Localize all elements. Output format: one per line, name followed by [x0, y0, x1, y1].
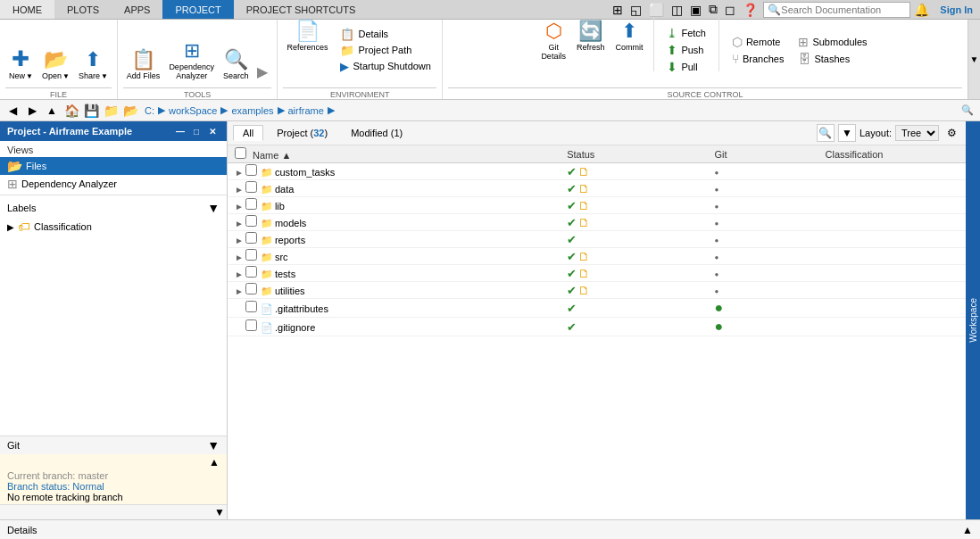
nav-forward[interactable]: ▶ — [23, 103, 41, 119]
toolbar-icon-3[interactable]: ⬜ — [647, 3, 666, 17]
toolbar-icon-7[interactable]: ◻ — [723, 3, 737, 17]
git-details-button[interactable]: ⬡ GitDetails — [537, 18, 569, 62]
row-expand[interactable]: ► — [235, 168, 244, 178]
search-button[interactable]: 🔍 Search — [220, 46, 253, 82]
toolbar-icon-5[interactable]: ▣ — [688, 3, 703, 17]
table-row[interactable]: ►📁custom_tasks✔🗋● — [228, 163, 966, 180]
nav-home[interactable]: 🏠 — [62, 103, 80, 119]
workspace-tab[interactable]: Workspace — [967, 291, 980, 350]
table-row[interactable]: ►📁utilities✔🗋● — [228, 282, 966, 299]
commit-button[interactable]: ⬆ Commit — [611, 18, 646, 54]
row-expand[interactable]: ► — [235, 236, 244, 245]
toolbar-icon-8[interactable]: ❓ — [741, 3, 760, 17]
add-files-button[interactable]: 📋 Add Files — [123, 46, 164, 82]
new-button[interactable]: ✚ New ▼ — [5, 45, 37, 82]
nav-up[interactable]: ▲ — [43, 103, 61, 119]
row-checkbox[interactable] — [245, 266, 257, 278]
menu-plots[interactable]: PLOTS — [54, 0, 112, 19]
table-row[interactable]: 📄.gitignore✔● — [228, 318, 966, 336]
table-row[interactable]: ►📁reports✔● — [228, 231, 966, 248]
search-box[interactable]: 🔍 — [763, 2, 910, 18]
row-checkbox[interactable] — [245, 249, 257, 261]
table-row[interactable]: ►📁src✔🗋● — [228, 248, 966, 265]
sign-in-button[interactable]: Sign In — [933, 3, 980, 17]
pull-button[interactable]: ⬇ Pull — [661, 59, 711, 75]
sidebar-dependency-item[interactable]: ⊞ Dependency Analyzer — [0, 175, 227, 193]
menu-project-shortcuts[interactable]: PROJECT SHORTCUTS — [234, 0, 368, 19]
nav-path-c[interactable]: C: — [145, 105, 154, 116]
row-expand[interactable]: ► — [235, 270, 244, 279]
startup-shutdown-button[interactable]: ▶ Startup Shutdown — [335, 59, 436, 74]
sidebar-files-item[interactable]: 📂 Files — [0, 157, 227, 175]
details-button[interactable]: 📋 Details — [335, 27, 436, 42]
row-checkbox[interactable] — [245, 215, 257, 227]
references-button[interactable]: 📄 References — [283, 18, 331, 54]
submodules-button[interactable]: ⊞ Submodules — [793, 34, 872, 50]
git-up-arrow[interactable]: ▲ — [209, 456, 220, 469]
row-expand[interactable]: ► — [235, 185, 244, 195]
table-row[interactable]: 📄.gitattributes✔● — [228, 299, 966, 318]
search-input[interactable] — [781, 4, 906, 15]
col-status[interactable]: Status — [560, 145, 707, 163]
nav-path-airframe[interactable]: airframe — [288, 105, 324, 116]
table-row[interactable]: ►📁lib✔🗋● — [228, 197, 966, 214]
table-row[interactable]: ►📁data✔🗋● — [228, 180, 966, 197]
details-expand[interactable]: ▲ — [962, 524, 973, 536]
search-filter-btn[interactable]: 🔍 — [817, 124, 835, 142]
row-expand[interactable]: ► — [235, 202, 244, 211]
new-dropdown-arrow[interactable]: ▼ — [26, 72, 33, 80]
layout-select[interactable]: Tree List — [895, 125, 939, 141]
open-dropdown-arrow[interactable]: ▼ — [62, 72, 70, 80]
nav-folder[interactable]: 📁 — [102, 103, 120, 119]
row-checkbox[interactable] — [245, 198, 257, 210]
tab-modified[interactable]: Modified (1) — [341, 125, 412, 141]
menu-apps[interactable]: APPS — [112, 0, 162, 19]
labels-collapse-icon[interactable]: ▼ — [207, 201, 220, 215]
select-all-checkbox[interactable] — [235, 147, 246, 159]
nav-search-btn[interactable]: 🔍 — [959, 103, 976, 119]
refresh-button[interactable]: 🔄 Refresh — [573, 18, 609, 54]
open-button[interactable]: 📂 Open ▼ — [38, 46, 73, 82]
row-expand[interactable]: ► — [235, 286, 244, 296]
nav-path-examples[interactable]: examples — [231, 105, 273, 116]
toolbar-icon-6[interactable]: ⧉ — [707, 2, 719, 17]
toolbar-icon-1[interactable]: ⊞ — [610, 3, 625, 17]
toolbar-icon-2[interactable]: ◱ — [628, 3, 644, 17]
sidebar-close[interactable]: ✕ — [205, 124, 220, 138]
col-classification[interactable]: Classification — [818, 145, 966, 163]
menu-project[interactable]: PROJECT — [162, 0, 233, 19]
table-row[interactable]: ►📁tests✔🗋● — [228, 265, 966, 282]
labels-header[interactable]: Labels ▼ — [0, 199, 227, 217]
nav-save[interactable]: 💾 — [82, 103, 100, 119]
settings-btn[interactable]: ⚙ — [943, 124, 960, 142]
remote-button[interactable]: ⬡ Remote — [727, 34, 789, 50]
sidebar-maximize[interactable]: □ — [189, 124, 203, 138]
branches-button[interactable]: ⑂ Branches — [727, 51, 789, 67]
classification-item[interactable]: ▶ 🏷 Classification — [7, 219, 220, 235]
bell-icon[interactable]: 🔔 — [914, 3, 929, 17]
row-checkbox[interactable] — [245, 232, 257, 244]
fetch-button[interactable]: ⤓ Fetch — [661, 25, 711, 41]
menu-home[interactable]: HOME — [0, 0, 54, 19]
git-header[interactable]: Git ▼ — [0, 436, 227, 454]
nav-path-workspace[interactable]: workSpace — [169, 105, 217, 116]
table-row[interactable]: ►📁models✔🗋● — [228, 214, 966, 231]
row-expand[interactable]: ► — [235, 253, 244, 262]
project-path-button[interactable]: 📁 Project Path — [335, 43, 436, 58]
tab-all[interactable]: All — [233, 125, 263, 141]
nav-browse[interactable]: 📂 — [121, 103, 139, 119]
filter-btn[interactable]: ▼ — [838, 124, 856, 142]
dependency-analyzer-button[interactable]: ⊞ DependencyAnalyzer — [165, 37, 218, 82]
row-checkbox[interactable] — [245, 319, 257, 331]
col-git[interactable]: Git — [708, 145, 818, 163]
row-checkbox[interactable] — [245, 164, 257, 176]
share-dropdown-arrow[interactable]: ▼ — [101, 72, 108, 80]
git-header-collapse[interactable]: ▼ — [207, 438, 220, 452]
row-expand[interactable]: ► — [235, 219, 244, 228]
nav-back[interactable]: ◀ — [4, 103, 21, 119]
sidebar-minimize[interactable]: — — [173, 124, 187, 138]
tools-expand-button[interactable]: ▶ — [253, 53, 271, 82]
toolbar-icon-4[interactable]: ◫ — [669, 3, 685, 17]
toolbar-scroll-right[interactable]: ▼ — [968, 20, 980, 99]
push-button[interactable]: ⬆ Push — [661, 42, 711, 58]
